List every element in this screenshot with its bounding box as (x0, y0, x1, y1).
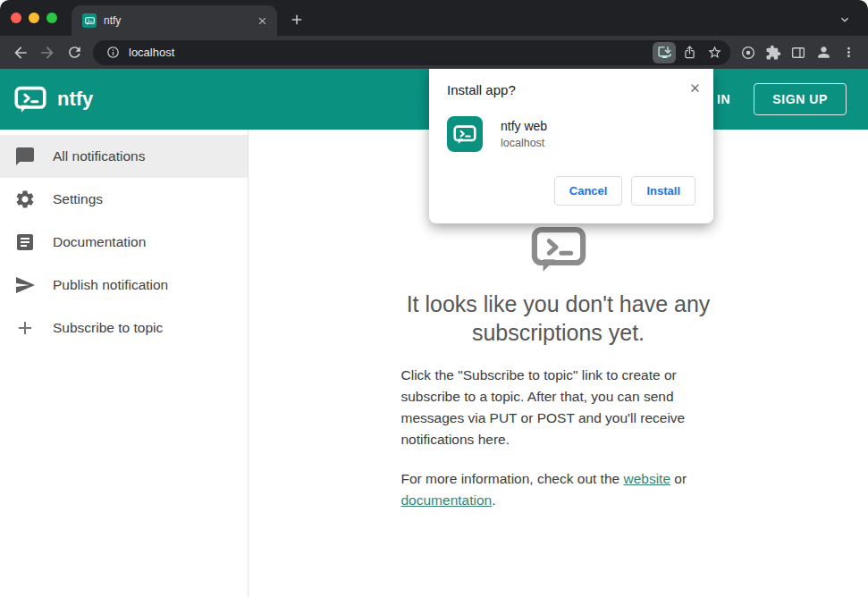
bookmark-star-icon[interactable] (703, 42, 726, 63)
app-title: ntfy (57, 88, 93, 111)
install-app-dialog: Install app? ntfy web localhost Cancel I… (429, 69, 713, 223)
more-info-suffix: . (492, 492, 495, 508)
more-info-paragraph: For more information, check out the webs… (401, 468, 716, 511)
tab-title: ntfy (104, 14, 254, 27)
install-app-icon[interactable] (653, 42, 676, 63)
sidebar-item-documentation[interactable]: Documentation (0, 221, 248, 264)
side-panel-icon[interactable] (786, 39, 811, 66)
sidebar-item-subscribe-to-topic[interactable]: Subscribe to topic (0, 307, 248, 349)
dialog-title: Install app? (447, 82, 695, 97)
profile-avatar-icon[interactable] (811, 39, 836, 66)
sidebar-item-label: Subscribe to topic (53, 320, 163, 336)
cancel-button[interactable]: Cancel (554, 176, 623, 206)
dialog-app-info: ntfy web localhost (501, 119, 547, 149)
sidebar-item-all-notifications[interactable]: All notifications (0, 135, 248, 178)
sidebar-item-label: Settings (53, 191, 103, 207)
tab-close-icon[interactable] (254, 13, 270, 29)
dialog-app-name: ntfy web (501, 119, 547, 133)
url-text: localhost (129, 46, 174, 59)
documentation-link[interactable]: documentation (401, 492, 493, 508)
dialog-app-icon (447, 116, 483, 152)
site-info-icon[interactable] (104, 44, 122, 62)
more-info-mid: or (670, 471, 687, 486)
address-bar[interactable]: localhost (93, 40, 730, 65)
browser-window: ntfy localhost (0, 0, 868, 597)
gear-icon (14, 189, 36, 210)
empty-state-paragraph: Click the "Subscribe to topic" link to c… (401, 365, 716, 450)
sidebar-item-label: Documentation (53, 234, 146, 250)
new-tab-button[interactable] (284, 7, 309, 32)
tab-strip: ntfy (0, 0, 868, 36)
article-icon (14, 231, 36, 253)
back-icon[interactable] (7, 39, 34, 66)
share-icon[interactable] (678, 42, 701, 63)
traffic-lights (11, 0, 57, 36)
tab-search-chevron-icon[interactable] (832, 7, 857, 32)
password-extension-icon[interactable] (736, 39, 761, 66)
more-info-prefix: For more information, check out the (401, 471, 624, 486)
minimize-window-button[interactable] (29, 13, 39, 23)
dialog-app-row: ntfy web localhost (447, 116, 695, 152)
website-link[interactable]: website (623, 471, 670, 486)
ntfy-empty-state-icon (531, 226, 586, 272)
ntfy-favicon (82, 13, 97, 28)
send-icon (14, 274, 36, 296)
extensions-puzzle-icon[interactable] (761, 39, 786, 66)
dialog-actions: Cancel Install (447, 176, 695, 206)
sidebar-item-label: Publish notification (53, 277, 168, 293)
toolbar-right-cluster (736, 39, 861, 66)
sign-up-button[interactable]: SIGN UP (754, 83, 847, 115)
browser-menu-icon[interactable] (836, 39, 861, 66)
zoom-window-button[interactable] (46, 13, 57, 23)
forward-icon[interactable] (34, 39, 61, 66)
heading-line-1: It looks like you don't have any (401, 290, 716, 318)
sidebar-item-publish-notification[interactable]: Publish notification (0, 264, 248, 307)
dialog-close-icon[interactable] (685, 78, 704, 97)
empty-state-heading: It looks like you don't have any subscri… (401, 290, 716, 347)
browser-toolbar: localhost (0, 36, 868, 69)
sidebar: All notifications Settings Documentation… (0, 130, 249, 597)
plus-icon (14, 317, 36, 339)
sidebar-item-settings[interactable]: Settings (0, 178, 248, 221)
dialog-app-origin: localhost (501, 137, 547, 149)
sidebar-item-label: All notifications (53, 148, 145, 164)
chat-bubble-icon (14, 146, 36, 167)
browser-tab[interactable]: ntfy (72, 5, 277, 36)
close-window-button[interactable] (11, 13, 21, 23)
ntfy-logo-icon (14, 86, 46, 113)
reload-icon[interactable] (61, 39, 88, 66)
heading-line-2: subscriptions yet. (401, 318, 716, 347)
install-button[interactable]: Install (631, 176, 695, 206)
